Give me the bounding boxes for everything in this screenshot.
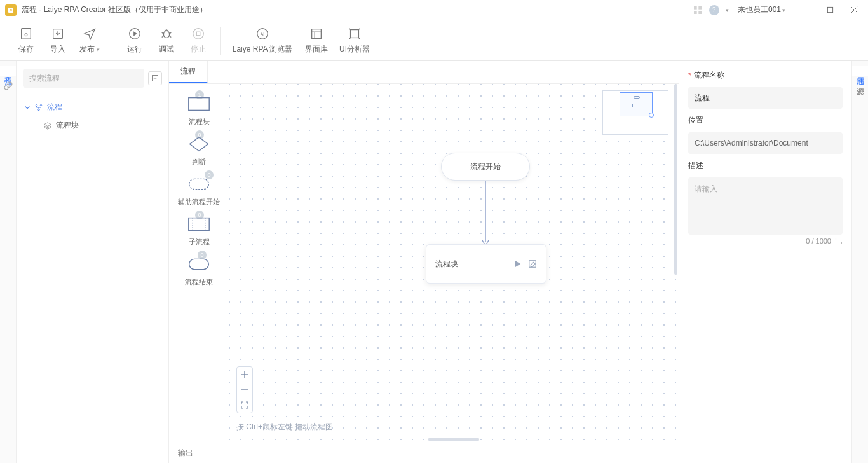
ui-lib-button[interactable]: 界面库 <box>297 23 336 59</box>
svg-text:AI: AI <box>10 8 13 12</box>
palette-label: 流程结束 <box>185 277 213 287</box>
minimize-button[interactable] <box>797 1 815 19</box>
zoom-out-button[interactable] <box>237 382 252 397</box>
help-dropdown-chevron[interactable]: ▾ <box>726 7 729 13</box>
app-logo: AI <box>5 4 17 16</box>
canvas-hscroll[interactable] <box>428 438 479 441</box>
node-block[interactable]: 流程块 <box>426 244 546 284</box>
svg-rect-16 <box>196 32 200 36</box>
canvas-vscroll[interactable] <box>674 84 677 275</box>
close-button[interactable] <box>845 1 863 19</box>
editor: 流程 1 流程块 0 判断 0 辅助流程开始 <box>169 61 679 463</box>
svg-rect-28 <box>189 98 209 111</box>
debug-icon <box>159 26 173 41</box>
save-button[interactable]: 保存 <box>10 23 42 59</box>
svg-rect-30 <box>189 218 209 231</box>
node-block-title: 流程块 <box>435 259 506 270</box>
stop-icon <box>191 26 205 41</box>
svg-rect-19 <box>312 29 322 39</box>
palette-label: 辅助流程开始 <box>178 197 220 207</box>
svg-rect-4 <box>694 11 697 14</box>
tree-child-block[interactable]: 流程块 <box>17 116 168 135</box>
play-icon[interactable] <box>513 259 522 268</box>
prop-name-label: *流程名称 <box>688 70 843 81</box>
palette-decision[interactable]: 0 判断 <box>187 135 210 167</box>
link-icon[interactable] <box>3 80 14 92</box>
flow-tree: 流程 流程块 <box>17 95 168 137</box>
palette-block[interactable]: 1 流程块 <box>187 95 210 127</box>
chevron-down-icon <box>24 104 31 111</box>
run-icon <box>128 26 142 41</box>
save-icon <box>19 26 33 41</box>
editor-tabs: 流程 <box>169 61 679 84</box>
prop-path-input[interactable] <box>688 132 843 154</box>
prop-path-label: 位置 <box>688 115 843 126</box>
palette-aux-start[interactable]: 0 辅助流程开始 <box>178 176 220 207</box>
desc-counter: 0 / 1000 <box>688 237 843 245</box>
left-side-tabs: 流程 <box>0 61 17 463</box>
svg-rect-2 <box>694 6 697 10</box>
svg-point-14 <box>163 31 169 38</box>
publish-icon <box>83 26 97 41</box>
layers-icon <box>43 121 52 130</box>
zoom-in-button[interactable] <box>237 367 252 382</box>
tree-panel: 流程 流程块 <box>17 61 169 463</box>
import-icon <box>51 26 65 41</box>
palette-subflow[interactable]: 0 子流程 <box>187 216 210 247</box>
publish-button[interactable]: 发布▾ <box>74 23 105 59</box>
svg-point-27 <box>38 109 39 110</box>
prop-name-input[interactable] <box>688 87 843 109</box>
window-title: 流程 - Laiye RPA Creator 社区版（仅用于非商业用途） <box>22 4 693 15</box>
palette-label: 流程块 <box>189 117 210 127</box>
minimap[interactable] <box>602 90 668 135</box>
help-icon[interactable]: ? <box>709 5 719 15</box>
tree-child-label: 流程块 <box>56 120 79 131</box>
editor-tab-flow[interactable]: 流程 <box>169 61 208 83</box>
zoom-controls <box>236 366 253 413</box>
svg-point-15 <box>193 29 204 39</box>
palette-end[interactable]: 0 流程结束 <box>185 256 213 287</box>
resize-icon <box>835 237 843 245</box>
svg-point-11 <box>25 34 27 36</box>
right-tab-properties[interactable]: 属性 <box>852 66 868 76</box>
svg-rect-22 <box>351 30 359 38</box>
search-flow-input[interactable] <box>23 69 144 88</box>
node-start[interactable]: 流程开始 <box>441 153 530 181</box>
prop-desc-input[interactable] <box>688 177 843 235</box>
main: 流程 流程 流程块 流程 <box>0 61 868 463</box>
right-side-tabs: 属性 资源 <box>851 61 868 463</box>
ui-analyzer-button[interactable]: UI分析器 <box>336 23 374 59</box>
browser-icon: AI <box>255 26 269 41</box>
apps-icon[interactable] <box>693 5 703 15</box>
svg-rect-3 <box>698 6 702 10</box>
browser-button[interactable]: AI Laiye RPA 浏览器 <box>227 23 297 59</box>
tree-root-flow[interactable]: 流程 <box>17 98 168 116</box>
flow-icon <box>34 103 43 112</box>
palette: 1 流程块 0 判断 0 辅助流程开始 0 子流程 <box>169 84 229 443</box>
property-panel: *流程名称 位置 描述 0 / 1000 <box>679 61 851 463</box>
expand-tree-button[interactable] <box>148 71 162 85</box>
user-menu[interactable]: 来也员工001▾ <box>738 4 785 15</box>
maximize-button[interactable] <box>821 1 839 19</box>
canvas[interactable]: 流程开始 流程块 按 Ctrl+鼠标左键 拖动流程图 <box>229 84 679 443</box>
palette-label: 子流程 <box>189 237 210 247</box>
zoom-fit-button[interactable] <box>237 397 252 413</box>
import-button[interactable]: 导入 <box>42 23 74 59</box>
edit-icon[interactable] <box>528 259 537 268</box>
toolbar: 保存 导入 发布▾ 运行 调试 停止 AI Laiye RPA 浏览器 界面库 … <box>0 20 868 61</box>
tree-root-label: 流程 <box>47 102 62 113</box>
run-button[interactable]: 运行 <box>119 23 151 59</box>
svg-rect-29 <box>189 179 209 189</box>
output-panel-header[interactable]: 输出 <box>169 443 679 463</box>
debug-button[interactable]: 调试 <box>151 23 182 59</box>
svg-text:AI: AI <box>261 32 264 36</box>
palette-label: 判断 <box>192 157 206 167</box>
titlebar: AI 流程 - Laiye RPA Creator 社区版（仅用于非商业用途） … <box>0 0 868 20</box>
svg-rect-7 <box>827 7 832 12</box>
right-tab-resources[interactable]: 资源 <box>852 76 868 86</box>
svg-point-26 <box>40 104 41 106</box>
left-tab-flow[interactable]: 流程 <box>0 66 16 76</box>
prop-desc-label: 描述 <box>688 160 843 171</box>
svg-rect-5 <box>698 11 702 14</box>
svg-point-25 <box>36 104 37 106</box>
